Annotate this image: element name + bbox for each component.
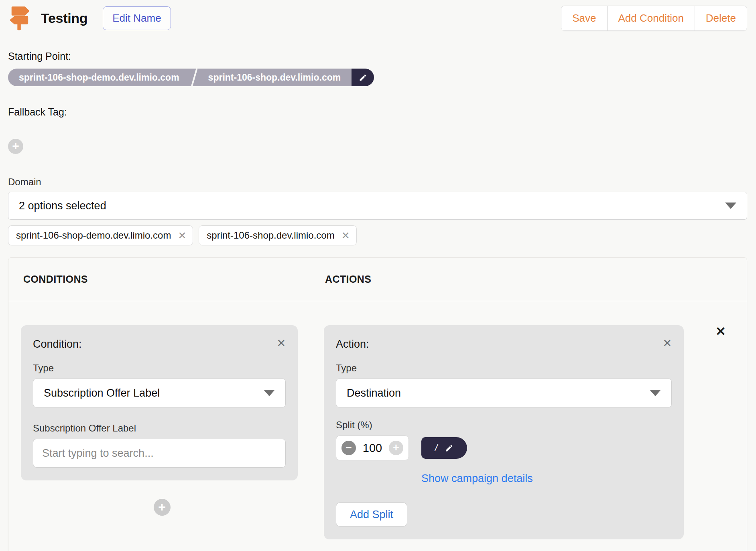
- plus-icon: +: [393, 442, 399, 453]
- actions-column: Action: ✕ Type Destination Split (%) −: [315, 325, 747, 539]
- condition-type-label: Type: [33, 363, 286, 374]
- rules-table-header: CONDITIONS ACTIONS: [8, 258, 747, 301]
- edit-starting-point-button[interactable]: [352, 69, 374, 86]
- action-card: Action: ✕ Type Destination Split (%) −: [324, 325, 684, 539]
- page-title: Testing: [41, 10, 87, 26]
- toolbar: Save Add Condition Delete: [561, 6, 747, 31]
- condition-card-title: Condition:: [33, 338, 82, 350]
- remove-domain-icon[interactable]: ✕: [178, 231, 186, 241]
- offer-label: Subscription Offer Label: [33, 423, 286, 434]
- conditions-column: Condition: ✕ Type Subscription Offer Lab…: [8, 325, 315, 539]
- split-stepper: − 100 +: [336, 436, 409, 460]
- domain-select[interactable]: 2 options selected: [8, 192, 747, 220]
- add-fallback-tag-button[interactable]: +: [8, 139, 23, 154]
- minus-icon: −: [345, 442, 352, 453]
- pencil-icon: [445, 444, 453, 452]
- show-campaign-details-link[interactable]: Show campaign details: [421, 472, 533, 485]
- offer-search-input[interactable]: [33, 439, 286, 468]
- signpost-logo-icon: [8, 5, 31, 31]
- edit-destination-button[interactable]: /: [421, 437, 467, 459]
- chevron-down-icon: [264, 390, 275, 396]
- condition-type-value: Subscription Offer Label: [44, 387, 160, 399]
- condition-card: Condition: ✕ Type Subscription Offer Lab…: [21, 325, 298, 480]
- fallback-tag-label: Fallback Tag:: [8, 106, 747, 118]
- domain-chip-label: sprint-106-shop-demo.dev.limio.com: [16, 230, 171, 241]
- split-row: − 100 + /: [336, 436, 672, 460]
- rule-row: ✕ Condition: ✕ Type Subscription Offer L…: [8, 301, 747, 551]
- close-condition-icon[interactable]: ✕: [276, 338, 286, 349]
- condition-type-select[interactable]: Subscription Offer Label: [33, 379, 286, 407]
- action-type-value: Destination: [347, 387, 401, 399]
- destination-path: /: [435, 442, 438, 454]
- conditions-header: CONDITIONS: [8, 258, 315, 301]
- remove-domain-icon[interactable]: ✕: [341, 231, 350, 241]
- routing-rule-page: Testing Edit Name Save Add Condition Del…: [0, 0, 756, 551]
- add-split-button[interactable]: Add Split: [336, 502, 407, 527]
- starting-point-label: Starting Point:: [8, 51, 747, 62]
- domain-chip: sprint-106-shop-demo.dev.limio.com ✕: [8, 225, 193, 245]
- page-header: Testing Edit Name Save Add Condition Del…: [8, 5, 747, 31]
- slash-divider: [190, 69, 197, 86]
- rules-table: CONDITIONS ACTIONS ✕ Condition: ✕ Type S…: [8, 257, 747, 551]
- domain-chip: sprint-106-shop.dev.limio.com ✕: [199, 225, 356, 245]
- chevron-down-icon: [650, 390, 661, 396]
- actions-header: ACTIONS: [315, 258, 747, 301]
- add-condition-row-button[interactable]: +: [154, 499, 171, 516]
- increment-split-button[interactable]: +: [389, 441, 403, 455]
- domain-chip-label: sprint-106-shop.dev.limio.com: [207, 230, 334, 241]
- starting-point-pill: sprint-106-shop-demo.dev.limio.com sprin…: [8, 69, 374, 86]
- domain-select-value: 2 options selected: [19, 200, 106, 212]
- domain-chips: sprint-106-shop-demo.dev.limio.com ✕ spr…: [8, 225, 747, 245]
- save-button[interactable]: Save: [561, 6, 607, 30]
- starting-point-segment: sprint-106-shop-demo.dev.limio.com: [8, 69, 190, 86]
- plus-icon: +: [12, 140, 19, 152]
- plus-icon: +: [158, 500, 166, 513]
- chevron-down-icon: [725, 203, 736, 209]
- decrement-split-button[interactable]: −: [341, 441, 356, 455]
- action-type-select[interactable]: Destination: [336, 379, 672, 407]
- close-action-icon[interactable]: ✕: [663, 338, 672, 349]
- pencil-icon: [359, 73, 367, 82]
- action-card-title: Action:: [336, 338, 369, 350]
- remove-rule-row-icon[interactable]: ✕: [715, 325, 726, 338]
- add-condition-button[interactable]: Add Condition: [607, 6, 695, 30]
- domain-label: Domain: [8, 176, 747, 188]
- split-value: 100: [363, 442, 382, 455]
- split-label: Split (%): [336, 419, 672, 431]
- edit-name-button[interactable]: Edit Name: [103, 6, 171, 30]
- starting-point-segment: sprint-106-shop.dev.limio.com: [197, 69, 352, 86]
- delete-button[interactable]: Delete: [695, 6, 747, 30]
- action-type-label: Type: [336, 363, 672, 374]
